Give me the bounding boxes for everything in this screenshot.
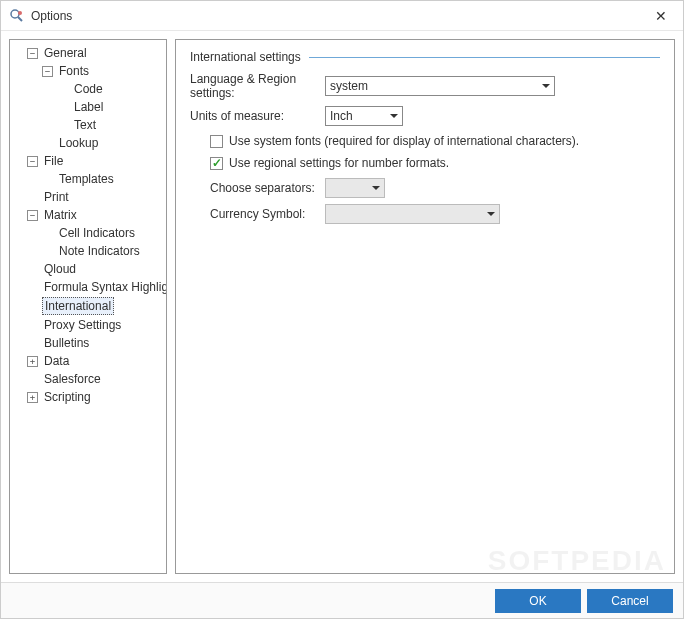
choose-separators-select	[325, 178, 385, 198]
tree-item-file[interactable]: −File	[12, 153, 164, 169]
tree-item-lookup[interactable]: Lookup	[12, 135, 164, 151]
collapse-icon[interactable]: −	[27, 48, 38, 59]
close-button[interactable]: ✕	[647, 2, 675, 30]
use-system-fonts-label: Use system fonts (required for display o…	[229, 134, 579, 148]
divider	[309, 57, 660, 58]
use-regional-settings-label: Use regional settings for number formats…	[229, 156, 449, 170]
tree-item-international[interactable]: International	[12, 297, 164, 315]
tree-item-fonts[interactable]: −Fonts	[12, 63, 164, 79]
use-system-fonts-checkbox[interactable]	[210, 135, 223, 148]
app-icon	[9, 8, 25, 24]
tree-item-text[interactable]: Text	[12, 117, 164, 133]
units-select[interactable]: Inch	[325, 106, 403, 126]
collapse-icon[interactable]: −	[42, 66, 53, 77]
currency-symbol-label: Currency Symbol:	[210, 207, 325, 221]
tree-item-scripting[interactable]: +Scripting	[12, 389, 164, 405]
tree-item-print[interactable]: Print	[12, 189, 164, 205]
tree-item-templates[interactable]: Templates	[12, 171, 164, 187]
collapse-icon[interactable]: −	[27, 156, 38, 167]
svg-line-1	[18, 17, 22, 21]
tree-item-note-indicators[interactable]: Note Indicators	[12, 243, 164, 259]
tree-item-proxy[interactable]: Proxy Settings	[12, 317, 164, 333]
tree-item-salesforce[interactable]: Salesforce	[12, 371, 164, 387]
collapse-icon[interactable]: −	[27, 210, 38, 221]
chevron-down-icon	[372, 186, 380, 190]
use-regional-settings-checkbox[interactable]	[210, 157, 223, 170]
currency-symbol-select	[325, 204, 500, 224]
expand-icon[interactable]: +	[27, 356, 38, 367]
tree-item-label[interactable]: Label	[12, 99, 164, 115]
units-label: Units of measure:	[190, 109, 325, 123]
dialog-footer: OK Cancel	[1, 582, 683, 618]
tree-item-general[interactable]: −General	[12, 45, 164, 61]
settings-panel: International settings Language & Region…	[175, 39, 675, 574]
chevron-down-icon	[542, 84, 550, 88]
svg-point-0	[11, 10, 19, 18]
ok-button[interactable]: OK	[495, 589, 581, 613]
titlebar: Options ✕	[1, 1, 683, 31]
tree-item-data[interactable]: +Data	[12, 353, 164, 369]
window-title: Options	[31, 9, 72, 23]
svg-point-2	[18, 11, 22, 15]
tree-item-cell-indicators[interactable]: Cell Indicators	[12, 225, 164, 241]
expand-icon[interactable]: +	[27, 392, 38, 403]
language-region-label: Language & Region settings:	[190, 72, 325, 100]
tree-item-formula-syntax[interactable]: Formula Syntax Highlighting	[12, 279, 164, 295]
tree-item-bulletins[interactable]: Bulletins	[12, 335, 164, 351]
chevron-down-icon	[390, 114, 398, 118]
choose-separators-label: Choose separators:	[210, 181, 325, 195]
language-region-select[interactable]: system	[325, 76, 555, 96]
cancel-button[interactable]: Cancel	[587, 589, 673, 613]
tree-item-code[interactable]: Code	[12, 81, 164, 97]
options-tree[interactable]: −General −Fonts Code Label Text Lookup −…	[9, 39, 167, 574]
chevron-down-icon	[487, 212, 495, 216]
tree-item-matrix[interactable]: −Matrix	[12, 207, 164, 223]
tree-item-qloud[interactable]: Qloud	[12, 261, 164, 277]
section-header: International settings	[190, 50, 660, 64]
